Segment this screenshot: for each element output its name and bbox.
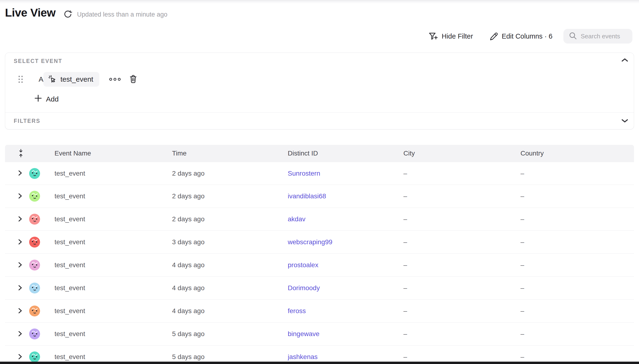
drag-handle[interactable] (19, 76, 23, 83)
city-value: – (403, 330, 407, 338)
country-value: – (521, 238, 524, 246)
live-view-page: Live View Updated less than a minute ago… (0, 0, 639, 364)
event-time: 4 days ago (172, 261, 204, 268)
event-time: 4 days ago (172, 284, 204, 292)
country-value: – (521, 353, 524, 360)
table-row: test_event 4 days ago Dorimoody – – (5, 277, 634, 300)
chevron-right-icon (18, 193, 23, 200)
hide-filter-button[interactable]: Hide Filter (429, 32, 473, 41)
country-value: – (521, 261, 524, 268)
page-title: Live View (5, 6, 56, 19)
add-event-button[interactable]: Add (34, 94, 59, 104)
event-name: test_event (55, 170, 85, 177)
select-event-label: SELECT EVENT (14, 58, 62, 64)
chevron-right-icon (18, 308, 23, 314)
event-time: 4 days ago (172, 307, 204, 314)
column-header-time: Time (172, 150, 288, 157)
event-name: test_event (55, 261, 85, 268)
distinct-id-link[interactable]: webscraping99 (288, 238, 332, 246)
avatar-face-icon (29, 237, 40, 248)
updated-status: Updated less than a minute ago (77, 11, 167, 18)
distinct-id-link[interactable]: Dorimoody (288, 284, 320, 292)
row-expand-button[interactable] (17, 307, 23, 315)
hide-filter-label: Hide Filter (442, 32, 473, 40)
add-label: Add (46, 95, 59, 103)
toolbar: Hide Filter Edit Columns · 6 (429, 28, 632, 44)
filters-section: FILTERS (5, 113, 634, 129)
refresh-icon (64, 10, 72, 20)
column-header-distinct-id: Distinct ID (288, 150, 403, 157)
row-expand-button[interactable] (17, 192, 23, 200)
select-event-section: SELECT EVENT A (5, 53, 634, 112)
event-chip-label: test_event (60, 75, 93, 83)
row-expand-button[interactable] (17, 215, 23, 223)
country-value: – (521, 330, 524, 338)
event-name: test_event (55, 192, 85, 200)
search-box (563, 29, 632, 44)
edit-columns-button[interactable]: Edit Columns · 6 (489, 32, 552, 41)
search-icon (569, 32, 577, 41)
avatar-face-icon (29, 214, 40, 224)
avatar (29, 306, 40, 316)
country-value: – (521, 192, 524, 200)
trash-icon (129, 81, 137, 84)
refresh-button[interactable] (63, 10, 73, 20)
table-body: test_event 2 days ago Sunrostern – – (5, 162, 634, 364)
chevron-right-icon (18, 216, 23, 223)
bottom-edge-bar (0, 362, 639, 364)
collapse-section-button[interactable] (619, 55, 630, 66)
event-name: test_event (55, 353, 85, 360)
row-expand-button[interactable] (17, 238, 23, 246)
event-time: 5 days ago (172, 353, 204, 360)
chevron-right-icon (18, 285, 23, 292)
event-time: 2 days ago (172, 170, 204, 177)
event-time: 5 days ago (172, 330, 204, 338)
city-value: – (403, 261, 407, 268)
row-expand-button[interactable] (17, 353, 23, 361)
row-expand-button[interactable] (17, 284, 23, 292)
country-value: – (521, 170, 524, 177)
chevron-down-icon (621, 118, 628, 124)
avatar-face-icon (29, 191, 40, 202)
table-row: test_event 4 days ago prostoalex – – (5, 254, 634, 277)
distinct-id-link[interactable]: bingewave (288, 330, 319, 338)
event-name: test_event (55, 238, 85, 246)
column-header-event-name: Event Name (55, 150, 172, 157)
city-value: – (403, 192, 407, 200)
cursor-click-icon (48, 75, 57, 84)
delete-event-button[interactable] (128, 74, 138, 85)
funnel-plus-icon (429, 32, 438, 41)
city-value: – (403, 215, 407, 223)
search-input[interactable] (581, 33, 630, 40)
table-row: test_event 5 days ago bingewave – – (5, 322, 634, 346)
distinct-id-link[interactable]: akdav (288, 215, 306, 223)
city-value: – (403, 307, 407, 314)
distinct-id-link[interactable]: jashkenas (288, 353, 318, 360)
avatar (29, 328, 40, 340)
avatar-face-icon (29, 168, 40, 179)
plus-icon (34, 94, 42, 104)
city-value: – (403, 238, 407, 246)
row-expand-button[interactable] (17, 170, 23, 177)
event-name: test_event (55, 330, 85, 338)
event-name: test_event (55, 215, 85, 223)
event-time: 3 days ago (172, 238, 204, 246)
distinct-id-link[interactable]: ivandiblasi68 (288, 192, 326, 200)
chevron-right-icon (18, 331, 23, 338)
table-header: Event Name Time Distinct ID City Country (5, 145, 634, 162)
distinct-id-link[interactable]: prostoalex (288, 261, 318, 268)
collapse-rows-icon (18, 149, 24, 158)
collapse-rows-button[interactable] (17, 148, 25, 159)
event-selector-chip[interactable]: test_event (43, 72, 99, 86)
distinct-id-link[interactable]: Sunrostern (288, 170, 320, 177)
distinct-id-link[interactable]: feross (288, 307, 306, 314)
event-name: test_event (55, 307, 85, 314)
edit-columns-label: Edit Columns · 6 (502, 32, 552, 40)
ellipsis-icon (109, 78, 121, 81)
row-expand-button[interactable] (17, 261, 23, 269)
chevron-up-icon (621, 58, 628, 63)
expand-filters-button[interactable] (619, 116, 630, 126)
table-row: test_event 3 days ago webscraping99 – – (5, 231, 634, 254)
row-expand-button[interactable] (17, 330, 23, 338)
event-options-button[interactable] (107, 76, 123, 82)
